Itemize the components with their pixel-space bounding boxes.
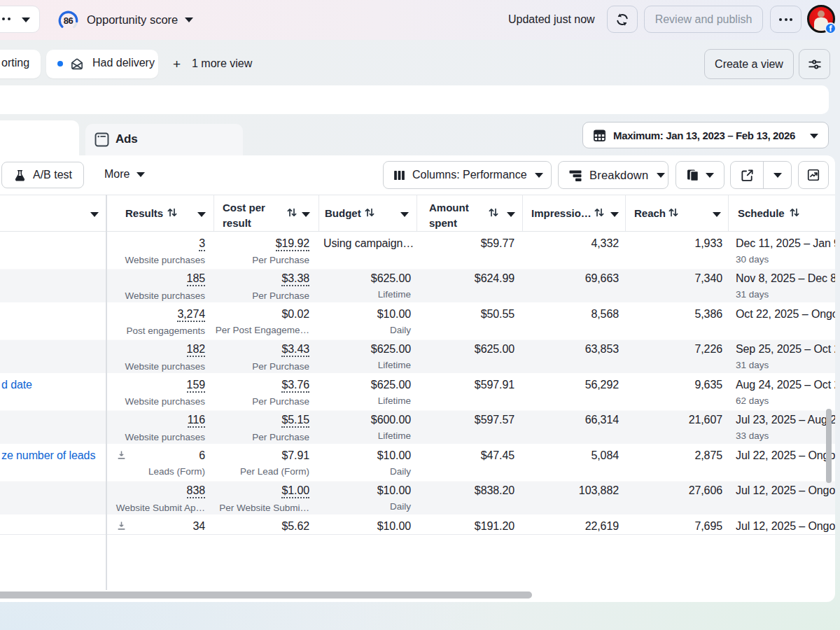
svg-text:86: 86: [64, 15, 74, 26]
